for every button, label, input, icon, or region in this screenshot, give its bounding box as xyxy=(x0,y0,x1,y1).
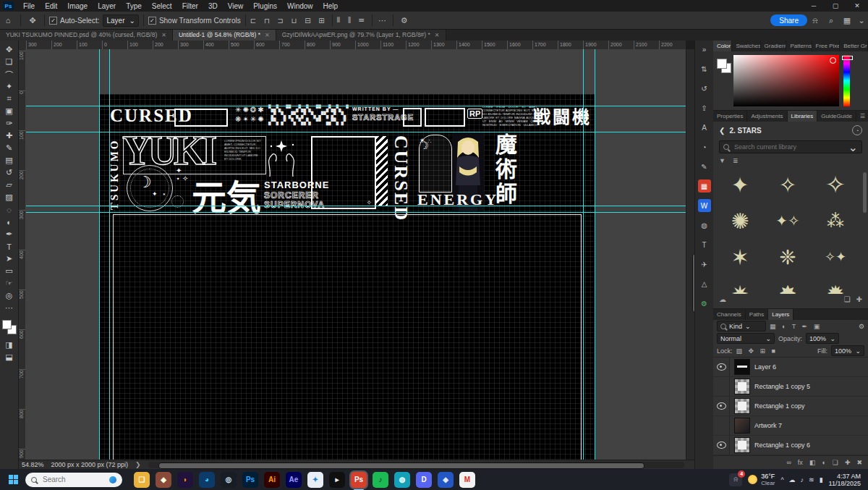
steam[interactable]: ◎ xyxy=(221,472,237,488)
blur-tool[interactable]: ◌ xyxy=(1,203,17,216)
back-chevron-icon[interactable]: ❮ xyxy=(719,127,725,135)
eyedropper-tool[interactable]: ✑ xyxy=(1,117,17,130)
menu-item[interactable]: Layer xyxy=(93,0,121,12)
taskbar-weather-widget[interactable]: 36°F Clear xyxy=(748,473,775,486)
foreground-color-swatch[interactable] xyxy=(717,59,727,69)
panel-tab[interactable]: Swatches xyxy=(732,41,760,51)
notifications-bell-icon[interactable]: ⍾ xyxy=(807,16,823,25)
eraser-tool[interactable]: ▱ xyxy=(1,179,17,191)
star-4point-bold[interactable]: ✦ xyxy=(716,166,764,203)
brushes-panel-icon[interactable]: ✎ xyxy=(698,160,711,173)
tray-chevron-icon[interactable]: ^ xyxy=(780,476,783,483)
cloud-sync-icon[interactable]: ☁ xyxy=(719,295,726,303)
view-list-icon[interactable]: ≣ xyxy=(733,157,739,164)
artboard[interactable]: CURSED ✳✺❂✱ ❋✴✳✺ ▚▞▖▝▘▗▚▞▖▝▘▗▚▞▖▝ ▗▘▝▖▞▚… xyxy=(99,94,595,460)
panel-menu-icon[interactable]: ☰ xyxy=(857,111,868,122)
close-button[interactable]: ✕ xyxy=(846,0,868,12)
filter-funnel-icon[interactable]: ▼ xyxy=(719,157,726,164)
photoshop[interactable]: Ps xyxy=(242,472,258,488)
layer-thumbnail[interactable] xyxy=(734,398,750,414)
document-tab[interactable]: YUKI TSUKUMO PINNED.psd @ 40% (cursed, R… xyxy=(0,29,173,41)
onedrive-icon[interactable]: ☁ xyxy=(789,476,796,483)
search-icon[interactable]: ⌕ xyxy=(823,16,839,25)
export-panel-icon[interactable]: ⇪ xyxy=(698,101,711,114)
library-search-input[interactable] xyxy=(733,143,845,151)
sparkle-cluster[interactable]: ✦✧ xyxy=(764,203,812,239)
layer-thumbnail[interactable] xyxy=(734,437,750,453)
menu-item[interactable]: View xyxy=(223,0,249,12)
app-teal[interactable]: ◍ xyxy=(394,472,410,488)
menu-item[interactable]: 3D xyxy=(203,0,223,12)
layer-name[interactable]: Rectangle 1 copy 6 xyxy=(754,442,810,449)
scrollbar-thumb[interactable] xyxy=(158,462,644,469)
link-layers-icon[interactable]: ∞ xyxy=(786,459,791,466)
file-explorer[interactable]: ❏ xyxy=(134,472,150,488)
layer-effects-icon[interactable]: fx xyxy=(798,459,803,466)
panel-tab[interactable]: Adjustments xyxy=(747,111,787,122)
close-tab-icon[interactable]: ✕ xyxy=(435,32,440,38)
layer-mask-icon[interactable]: ◧ xyxy=(809,459,816,466)
star-eight[interactable]: ✸ xyxy=(764,275,812,294)
panel-tab[interactable]: Free Pixe xyxy=(812,41,841,51)
type-panel-icon[interactable]: T xyxy=(698,238,711,251)
color-swatch-pair[interactable] xyxy=(717,59,731,73)
layer-row[interactable]: Rectangle 1 copy 5 xyxy=(713,377,868,397)
panel-tab[interactable]: Properties xyxy=(713,111,747,122)
edge[interactable]: ◕ xyxy=(199,472,215,488)
layer-name[interactable]: Rectangle 1 copy xyxy=(754,402,805,410)
library-search-bar[interactable]: ⌄ xyxy=(719,140,862,153)
gmail[interactable]: M xyxy=(459,472,475,488)
menu-item[interactable]: Window xyxy=(282,0,318,12)
star-burst2[interactable]: ✹ xyxy=(812,275,859,294)
panel-tab[interactable]: Layers xyxy=(768,309,793,320)
canvas-horizontal-scrollbar[interactable] xyxy=(148,462,684,468)
foreground-color-swatch[interactable] xyxy=(2,320,12,329)
volume-icon[interactable]: ♪ xyxy=(801,476,804,483)
marquee-tool[interactable]: ❏ xyxy=(1,56,17,68)
panel-tab[interactable]: Paths xyxy=(746,309,768,320)
more-options-icon[interactable]: ⋯ xyxy=(377,16,388,25)
ornate-star[interactable]: ❈ xyxy=(764,239,812,275)
menu-item[interactable]: Filter xyxy=(177,0,203,12)
layer-row[interactable]: Rectangle 1 copy 6 xyxy=(713,436,868,455)
star-shine[interactable]: ✶ xyxy=(716,239,764,275)
hue-slider-marker[interactable] xyxy=(842,56,853,60)
taskbar-clock[interactable]: 4:37 AM 11/18/2025 xyxy=(829,473,861,487)
show-transform-checkbox[interactable]: ✓ xyxy=(148,17,156,25)
history-panel-icon[interactable]: ↺ xyxy=(698,82,711,95)
layer-filter-type-icons[interactable]: ▦ ◐ T ✒ ▣ xyxy=(770,323,822,330)
hand-tool[interactable]: ☞ xyxy=(1,277,17,290)
guide-vertical[interactable] xyxy=(99,49,100,460)
layer-filter-kind-dropdown[interactable]: Kind ⌄ xyxy=(717,321,766,331)
account-avatar-icon[interactable]: ◔ xyxy=(852,125,862,135)
panel-tab[interactable]: Patterns xyxy=(786,41,812,51)
panel-tab[interactable]: Better Gri xyxy=(840,41,868,51)
menu-item[interactable]: Type xyxy=(121,0,147,12)
menu-item[interactable]: Help xyxy=(318,0,344,12)
photoshop-beta[interactable]: Ps xyxy=(351,472,367,488)
zoom-level[interactable]: 54.82% xyxy=(22,461,44,468)
panel-tab[interactable]: GuideGuide xyxy=(817,111,856,122)
starburst[interactable]: ✺ xyxy=(716,203,764,239)
zoom-tool[interactable]: ◎ xyxy=(1,290,17,302)
star-4point-slim[interactable]: ✧ xyxy=(764,166,812,203)
add-group-icon[interactable]: ❏ xyxy=(844,295,851,303)
clock-panel-icon[interactable]: ◔ xyxy=(698,140,711,153)
opacity-dropdown[interactable]: 100% ⌄ xyxy=(806,333,839,344)
menu-item[interactable]: File xyxy=(18,0,40,12)
frame-tool[interactable]: ▣ xyxy=(1,105,17,117)
layer-row[interactable]: Layer 6 xyxy=(713,358,868,377)
guide-horizontal[interactable] xyxy=(26,206,686,206)
libraries-panel-icon[interactable]: ▦ xyxy=(698,179,711,193)
actions-panel-icon[interactable]: ⇅ xyxy=(698,62,711,75)
panel-tab[interactable]: Color xyxy=(713,41,732,51)
align-buttons[interactable]: ⊏ ⊓ ⊐ ⊔ ⊟ ⊞ xyxy=(250,17,328,25)
edit-toolbar-icon[interactable]: ⋯ xyxy=(1,302,17,314)
plugins-panel-icon[interactable]: ⚙ xyxy=(698,297,711,310)
foreground-background-colors[interactable] xyxy=(2,320,17,334)
panel-tab[interactable]: Gradient xyxy=(761,41,787,51)
color-picker-marker[interactable] xyxy=(830,57,836,64)
document-tab[interactable]: Untitled-1 @ 54.8% (RGB/8) * ✕ xyxy=(173,29,276,41)
chevron-down-icon[interactable]: ⌄ xyxy=(848,140,858,154)
library-scrollbar-thumb[interactable] xyxy=(863,172,867,213)
